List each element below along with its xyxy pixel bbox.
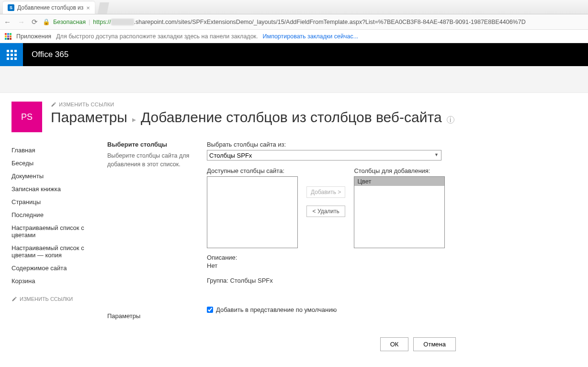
breadcrumb-separator-icon: ▸: [132, 115, 136, 124]
bookmarks-bar: Приложения Для быстрого доступа располож…: [0, 30, 588, 43]
import-bookmarks-link[interactable]: Импортировать закладки сейчас...: [263, 33, 359, 40]
secure-label: Безопасная: [53, 19, 86, 25]
reload-icon[interactable]: ⟳: [32, 18, 38, 26]
apps-label[interactable]: Приложения: [16, 33, 51, 40]
app-launcher-button[interactable]: [0, 43, 23, 66]
nav-site-contents[interactable]: Содержимое сайта: [11, 262, 98, 275]
ok-button[interactable]: ОК: [380, 337, 409, 351]
forward-icon[interactable]: →: [18, 18, 25, 26]
nav-custom-list-colors-copy[interactable]: Настраиваемый список с цветами — копия: [11, 241, 98, 262]
left-navigation: Главная Беседы Документы Записная книжка…: [11, 141, 98, 351]
url-text: https://xxxxxxx.sharepoint.com/sites/SPF…: [93, 19, 525, 25]
suite-brand[interactable]: Office 365: [23, 50, 77, 59]
waffle-icon: [7, 50, 17, 60]
add-button[interactable]: Добавить >: [306, 186, 345, 198]
pencil-icon: [11, 296, 17, 302]
nav-conversations[interactable]: Беседы: [11, 157, 98, 170]
new-tab-button[interactable]: [98, 2, 109, 14]
bookmarks-hint: Для быстрого доступа расположите закладк…: [56, 33, 258, 40]
select-group-label: Выбрать столбцы сайта из:: [207, 141, 577, 148]
pencil-icon: [51, 102, 57, 107]
site-logo[interactable]: PS: [11, 102, 42, 132]
suite-bar: Office 365: [0, 43, 588, 66]
back-icon[interactable]: ←: [4, 18, 11, 26]
section-description: Выберите столбцы сайта для добавления в …: [107, 152, 198, 169]
checkbox-label: Добавить в представление по умолчанию: [216, 306, 337, 313]
edit-links-top[interactable]: ИЗМЕНИТЬ ССЫЛКИ: [51, 102, 577, 107]
edit-links-bottom[interactable]: ИЗМЕНИТЬ ССЫЛКИ: [11, 296, 98, 302]
close-icon[interactable]: ×: [86, 4, 90, 11]
info-icon[interactable]: i: [447, 116, 454, 124]
browser-toolbar: ← → ⟳ 🔒 Безопасная | https://xxxxxxx.sha…: [0, 14, 588, 30]
to-add-columns-listbox[interactable]: Цвет: [354, 176, 445, 248]
nav-home[interactable]: Главная: [11, 144, 98, 157]
title-settings[interactable]: Параметры: [51, 109, 127, 126]
column-group-select[interactable]: Столбцы SPFx: [207, 150, 441, 161]
lock-icon: 🔒: [43, 18, 50, 25]
ribbon-area: [0, 66, 588, 93]
title-page: Добавление столбцов из столбцов веб-сайт…: [141, 109, 442, 126]
nav-recent[interactable]: Последние: [11, 208, 98, 221]
nav-documents[interactable]: Документы: [11, 170, 98, 183]
remove-button[interactable]: < Удалить: [306, 206, 345, 217]
group-line: Группа: Столбцы SPFx: [207, 277, 577, 284]
nav-notebook[interactable]: Записная книжка: [11, 183, 98, 195]
tab-title: Добавление столбцов из: [17, 4, 83, 11]
section-heading-select-columns: Выберите столбцы: [107, 141, 198, 148]
browser-tab-strip: S Добавление столбцов из ×: [0, 0, 588, 14]
add-to-default-view-checkbox[interactable]: [207, 307, 213, 313]
description-label: Описание:: [207, 254, 577, 261]
description-value: Нет: [207, 262, 577, 269]
nav-custom-list-colors[interactable]: Настраиваемый список с цветами: [11, 221, 98, 241]
available-columns-label: Доступные столбцы сайта:: [207, 167, 298, 174]
nav-pages[interactable]: Страницы: [11, 195, 98, 208]
cancel-button[interactable]: Отмена: [413, 337, 456, 351]
nav-recycle-bin[interactable]: Корзина: [11, 275, 98, 287]
section-heading-options: Параметры: [107, 312, 198, 320]
sharepoint-favicon: S: [8, 4, 14, 11]
to-add-columns-label: Столбцы для добавления:: [354, 167, 445, 174]
page-title: Параметры ▸ Добавление столбцов из столб…: [51, 109, 577, 126]
available-columns-listbox[interactable]: [207, 176, 298, 248]
address-bar[interactable]: 🔒 Безопасная | https://xxxxxxx.sharepoin…: [43, 18, 584, 25]
apps-icon[interactable]: [5, 33, 11, 40]
list-item[interactable]: Цвет: [354, 177, 444, 186]
browser-tab[interactable]: S Добавление столбцов из ×: [3, 1, 95, 14]
